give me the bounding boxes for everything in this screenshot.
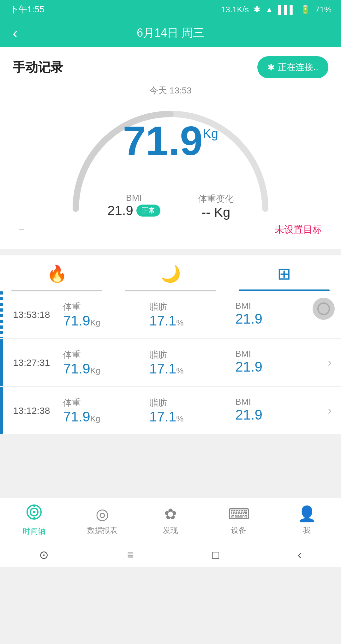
calories-icon: 🔥 [47,264,67,283]
weight-label-1: 体重 [63,301,149,313]
fat-col-3: 脂肪 17.1% [149,397,236,425]
bmi-label-2: BMI [235,349,321,359]
bmi-col-3: BMI 21.9 [235,397,321,425]
weight-value: 71.9 [123,118,203,164]
bmi-status-badge: 正常 [136,205,160,217]
discover-icon: ✿ [164,505,177,523]
tab-body[interactable]: ⊞ [227,255,341,291]
fat-val-3: 17.1% [149,409,184,424]
bmi-stat: BMI 21.9 正常 [107,193,160,220]
gauge-time: 今天 13:53 [149,85,192,97]
nav-report-label: 数据报表 [87,525,117,535]
tabs-container: 🔥 🌙 ⊞ [0,255,341,291]
signal-icon: ▌▌▌ [278,5,296,15]
weight-change-amount: -- Kg [201,205,230,220]
list-item[interactable]: 13:53:18 体重 71.9Kg 脂肪 17.1% BMI 21.9 › [0,291,341,338]
weight-label-3: 体重 [63,397,149,409]
sleep-icon: 🌙 [160,264,181,283]
timeline-icon [26,504,42,524]
record-time-2: 13:27:31 [0,357,63,368]
header: ‹ 6月14日 周三 [0,19,341,47]
list-left-dotbar [0,291,3,338]
arrow-icon-2[interactable]: › [321,356,332,369]
weight-col-1: 体重 71.9Kg [63,301,149,329]
record-data-2: 体重 71.9Kg 脂肪 17.1% BMI 21.9 [63,349,321,377]
bmi-val-3: 21.9 [235,407,262,422]
record-data-3: 体重 71.9Kg 脂肪 17.1% BMI 21.9 [63,397,321,425]
bmi-value: 21.9 [107,203,133,218]
bmi-col-2: BMI 21.9 [235,349,321,377]
nav-device[interactable]: ⌨ 设备 [205,498,273,542]
status-time: 下午1:55 [9,3,45,15]
sys-home-btn[interactable]: □ [212,548,219,562]
battery-level: 71% [315,5,332,15]
weight-val-2: 71.9Kg [63,361,100,376]
tab-calories[interactable]: 🔥 [0,255,114,291]
record-time-3: 13:12:38 [0,405,63,416]
wifi-icon: ▲ [265,5,273,15]
bmi-val-1: 21.9 [235,311,262,326]
list-left-bar-2 [0,339,3,386]
weight-unit: Kg [203,127,218,141]
no-target-label: 未设置目标 [275,223,322,236]
nav-discover-label: 发现 [163,525,178,535]
sys-menu-btn[interactable]: ≡ [127,548,134,562]
system-nav: ⊙ ≡ □ ‹ [0,542,341,567]
scroll-area[interactable]: 13:53:18 体重 71.9Kg 脂肪 17.1% BMI 21.9 › [0,291,341,498]
bmi-label-1: BMI [235,301,321,311]
weight-label-2: 体重 [63,349,149,361]
header-title: 6月14日 周三 [137,25,204,41]
nav-timeline[interactable]: 时间轴 [0,498,68,542]
weight-display: 71.9Kg [13,117,328,164]
nav-device-label: 设备 [231,525,246,535]
me-icon: 👤 [297,505,316,523]
top-row: 手动记录 ✱ 正在连接.. [13,56,328,78]
bluetooth-icon: ✱ [254,5,260,15]
fat-label-1: 脂肪 [149,301,236,313]
list-item[interactable]: 13:12:38 体重 71.9Kg 脂肪 17.1% BMI 21.9 › [0,387,341,434]
list-left-bar-3 [0,387,3,434]
sys-back-btn[interactable]: ‹ [297,548,302,562]
bluetooth-status-label: 正在连接.. [278,61,318,73]
weight-change-stat: 体重变化 -- Kg [198,193,234,220]
bluetooth-connect-button[interactable]: ✱ 正在连接.. [257,56,328,78]
gauge-bottom-row: – 未设置目标 [13,223,328,236]
tab-sleep[interactable]: 🌙 [114,255,227,291]
scroll-indicator[interactable] [313,298,335,320]
tab-body-underline [239,289,330,291]
arrow-icon-3[interactable]: › [321,404,332,417]
sys-record-btn[interactable]: ⊙ [39,548,49,562]
bluetooth-icon: ✱ [267,62,275,73]
record-time-1: 13:53:18 [0,309,63,320]
nav-timeline-label: 时间轴 [23,526,45,536]
fat-val-2: 17.1% [149,361,184,376]
extra-space [0,435,341,498]
weight-val-1: 71.9Kg [63,313,100,328]
bmi-value-row: 21.9 正常 [107,203,160,218]
list-item[interactable]: 13:27:31 体重 71.9Kg 脂肪 17.1% BMI 21.9 › [0,339,341,386]
network-speed: 13.1K/s [221,5,249,15]
device-icon: ⌨ [228,505,250,523]
bmi-val-2: 21.9 [235,359,262,374]
bmi-col-1: BMI 21.9 [235,301,321,329]
body-icon: ⊞ [277,264,291,283]
gauge-container: 今天 13:53 71.9Kg BMI 21.9 正常 [13,85,328,236]
nav-report[interactable]: ◎ 数据报表 [68,498,136,542]
fat-label-3: 脂肪 [149,397,236,409]
main-content: 手动记录 ✱ 正在连接.. 今天 13:53 71.9Kg BMI [0,47,341,249]
fat-col-1: 脂肪 17.1% [149,301,236,329]
weight-change-label: 体重变化 [198,193,234,205]
nav-me-label: 我 [303,525,311,535]
weight-col-3: 体重 71.9Kg [63,397,149,425]
nav-discover[interactable]: ✿ 发现 [136,498,205,542]
bottom-nav: 时间轴 ◎ 数据报表 ✿ 发现 ⌨ 设备 👤 我 [0,498,341,542]
fat-col-2: 脂肪 17.1% [149,349,236,377]
svg-point-2 [33,511,35,513]
bmi-label-3: BMI [235,397,321,407]
gauge-left-mark: – [19,223,24,236]
fat-label-2: 脂肪 [149,349,236,361]
nav-me[interactable]: 👤 我 [273,498,341,542]
report-icon: ◎ [96,505,109,523]
battery-icon: 🔋 [300,5,310,15]
back-button[interactable]: ‹ [13,24,18,42]
